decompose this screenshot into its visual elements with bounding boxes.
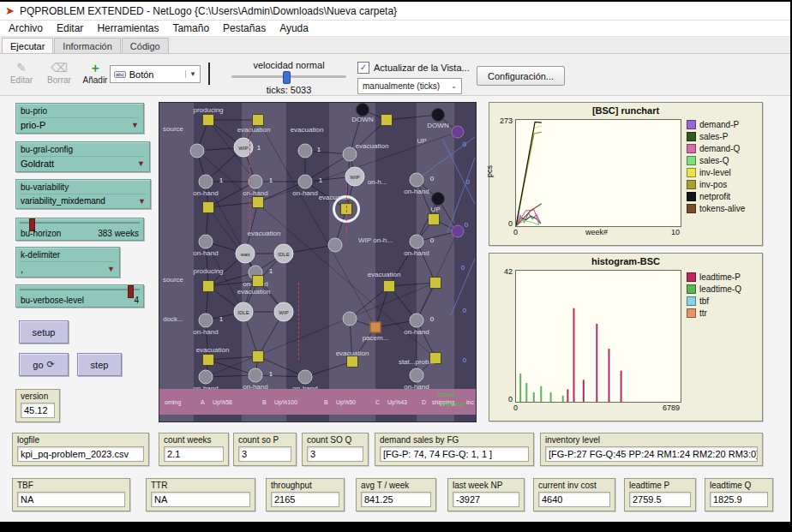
world-station-label: oming xyxy=(165,399,181,405)
monitor-label: leadtime P xyxy=(629,481,691,490)
legend-label: leadtime-P xyxy=(699,272,741,282)
monitor-label: logfile xyxy=(17,435,144,445)
runchart-legend: demand-Psales-Pdemand-Qsales-Qinv-leveli… xyxy=(687,120,745,213)
world-agent-sq-icon xyxy=(202,354,214,366)
update-mode-dropdown[interactable]: manualmente (ticks) ⌄ xyxy=(357,78,462,94)
world-agent-sq-icon xyxy=(252,350,264,362)
runchart-canvas xyxy=(516,120,681,226)
chooser-bu-variability[interactable]: bu-variability variability_mixdemand ▼ xyxy=(15,179,151,209)
legend-label: ttr xyxy=(699,308,707,318)
world-label: evacuation xyxy=(237,126,271,134)
step-button[interactable]: step xyxy=(77,353,122,376)
tab-codigo[interactable]: Código xyxy=(122,38,169,53)
world-station-label: Up%58 xyxy=(213,399,232,405)
setup-button[interactable]: setup xyxy=(19,320,69,344)
monitor-leadtime-q: leadtime Q 1825.9 xyxy=(705,478,773,511)
slider-bu-horizon[interactable]: bu-horizon 383 weeks xyxy=(15,218,144,241)
world-agent-sq-icon xyxy=(252,114,264,126)
settings-label: Configuración... xyxy=(488,71,554,81)
netlogo-window: ➤ PQPROBLEM EXTENDED - NetLogo {C:\Users… xyxy=(0,2,790,522)
legend-swatch-icon xyxy=(687,180,696,189)
monitor-value: 2.1 xyxy=(164,446,224,462)
legend-swatch-icon xyxy=(687,272,696,282)
world-label: 1 xyxy=(319,176,322,184)
world-label: 0 xyxy=(465,221,468,229)
world-agent-circ-icon xyxy=(328,238,343,253)
world-agent-sq-icon xyxy=(346,356,358,368)
view-update-checkbox[interactable]: ✓ Actualizar de la Vista... xyxy=(357,62,470,74)
menu-bar: Archivo Editar Herramientas Tamaño Pesta… xyxy=(0,21,790,37)
add-widget-label: Añadir xyxy=(83,75,108,85)
monitor-current-inv-cost: current inv cost 4640 xyxy=(533,478,615,511)
world-agent-circ-icon xyxy=(298,175,313,189)
legend-swatch-icon xyxy=(687,120,696,129)
world-label: DOWN xyxy=(427,122,448,129)
world-label: DOWN xyxy=(351,116,373,123)
plot-ylabel: pcs xyxy=(485,165,494,177)
world-agent-sq-icon xyxy=(252,196,264,208)
world-label: evacuation xyxy=(356,142,389,150)
world-agent-circ-icon xyxy=(199,370,213,385)
chooser-bu-gral-config[interactable]: bu-gral-config Goldratt ▼ xyxy=(15,141,150,172)
tab-ejecutar[interactable]: Ejecutar xyxy=(2,38,53,53)
monitor-value: 4640 xyxy=(538,492,610,507)
update-mode-value: manualmente (ticks) xyxy=(363,81,440,91)
chooser-value: Goldratt xyxy=(21,158,54,169)
menu-ayuda[interactable]: Ayuda xyxy=(273,21,315,35)
world-station-label: Up%100 xyxy=(274,399,297,405)
chevron-down-icon: ⌄ xyxy=(451,82,457,90)
world-agent-circ-icon xyxy=(190,144,205,158)
chooser-value: variability_mixdemand xyxy=(21,196,105,206)
chooser-bu-prio[interactable]: bu-prio prio-P ▼ xyxy=(15,103,144,134)
menu-archivo[interactable]: Archivo xyxy=(2,21,50,35)
legend-item: tbf xyxy=(687,296,741,306)
chooser-label: bu-prio xyxy=(21,106,139,116)
speed-slider-thumb[interactable] xyxy=(283,71,291,84)
speed-label: velocidad normal xyxy=(225,60,353,70)
delete-widget-button[interactable]: ⌫ Borrar xyxy=(41,61,77,85)
menu-editar[interactable]: Editar xyxy=(50,21,90,35)
settings-button[interactable]: Configuración... xyxy=(477,66,565,86)
menu-tamano[interactable]: Tamaño xyxy=(165,21,216,35)
world-agent-sq-icon xyxy=(428,213,440,225)
monitor-value: 841.25 xyxy=(361,492,431,507)
slider-bu-verbose-level[interactable]: bu-verbose-level 4 xyxy=(15,284,144,308)
chevron-down-icon: ▼ xyxy=(138,197,146,206)
legend-item: inv-pos xyxy=(687,180,745,189)
legend-label: demand-Q xyxy=(699,144,740,153)
histogram-bar-leadtime-Q xyxy=(533,392,535,402)
tab-informacion[interactable]: Información xyxy=(54,38,120,53)
world-agent-sq-icon xyxy=(202,201,214,213)
world-dashed-link xyxy=(346,185,347,242)
world-agent-circ-icon xyxy=(199,314,213,328)
world-label: dock... xyxy=(163,315,183,323)
chooser-label: bu-gral-config xyxy=(21,145,145,154)
monitor-count-so-p: count so P 3 xyxy=(233,433,297,466)
edit-widget-button[interactable]: ✎ Editar xyxy=(3,61,39,85)
world-label: evacuation xyxy=(368,271,401,278)
widget-type-dropdown[interactable]: abc Botón ▼ xyxy=(110,65,201,83)
monitor-value: 45.12 xyxy=(21,403,55,418)
monitor-inventory-level: inventory level [FG-P:27 FG-Q:45 PP:24 R… xyxy=(540,433,763,466)
monitor-demand-sales: demand sales by FG [FG-P: 74, 74 FG-Q: 1… xyxy=(375,433,534,466)
add-widget-button[interactable]: ＋ Añadir xyxy=(77,61,113,85)
plot-pane xyxy=(515,270,681,403)
world-label: on-hand xyxy=(404,188,429,195)
chooser-value: prio-P xyxy=(21,120,45,130)
delete-widget-label: Borrar xyxy=(47,75,71,85)
monitor-label: version xyxy=(21,392,55,401)
world-station-label: C xyxy=(375,399,380,405)
world-label: warmup xyxy=(441,400,465,408)
world-label: on-hand xyxy=(292,189,317,197)
world-label: producing xyxy=(193,106,223,114)
world-agent-wip-icon: IDLE xyxy=(274,244,294,264)
menu-pestanas[interactable]: Pestañas xyxy=(216,21,273,35)
edit-widget-label: Editar xyxy=(10,75,33,85)
monitor-value: -3927 xyxy=(453,492,519,507)
menu-herramientas[interactable]: Herramientas xyxy=(90,21,165,35)
go-button[interactable]: go ⟳ xyxy=(19,353,69,376)
legend-swatch-icon xyxy=(687,204,696,213)
chooser-k-delimiter[interactable]: k-delimiter , ▼ xyxy=(15,247,120,278)
plot-bsc-runchart: [BSC] runchart pcs 273 0 0 10 week# dema… xyxy=(489,102,763,246)
netlogo-app-icon: ➤ xyxy=(5,5,15,16)
